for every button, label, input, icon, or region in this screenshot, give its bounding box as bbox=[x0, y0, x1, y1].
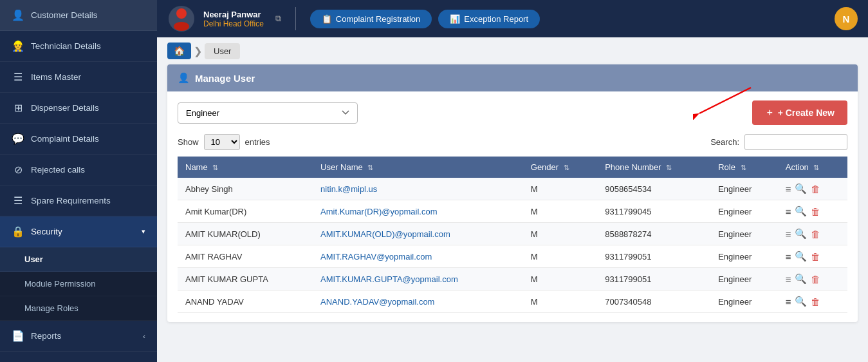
sidebar-item-label: Rejected calls bbox=[31, 165, 145, 175]
spare-icon: ☰ bbox=[12, 195, 24, 207]
show-label: Show bbox=[178, 137, 199, 147]
cell-gender: M bbox=[523, 178, 597, 200]
view-icon[interactable]: 🔍 bbox=[795, 251, 807, 262]
cell-name: AMIT RAGHAV bbox=[178, 245, 313, 268]
create-new-button[interactable]: ＋ + Create New bbox=[752, 100, 847, 125]
sidebar-item-technician-details[interactable]: 👷 Technician Details bbox=[0, 31, 157, 62]
cell-role: Engineer bbox=[710, 223, 778, 245]
cell-phone: 9311799045 bbox=[597, 200, 710, 223]
table-body: Abhey Singh nitin.k@mipl.us M 9058654534… bbox=[178, 178, 847, 313]
complaint-icon: 💬 bbox=[12, 133, 24, 145]
details-icon[interactable]: ≡ bbox=[786, 184, 791, 195]
delete-icon[interactable]: 🗑 bbox=[811, 251, 820, 262]
delete-icon[interactable]: 🗑 bbox=[811, 296, 820, 307]
exception-report-button[interactable]: 📊 Exception Report bbox=[438, 10, 540, 28]
cell-action: ≡ 🔍 🗑 bbox=[778, 178, 847, 200]
sidebar-sub-item-manage-roles[interactable]: Manage Roles bbox=[0, 296, 157, 321]
sidebar-sub-item-user[interactable]: User bbox=[0, 247, 157, 272]
complaint-reg-icon: 📋 bbox=[322, 14, 332, 24]
details-icon[interactable]: ≡ bbox=[786, 274, 791, 285]
col-role: Role ⇅ bbox=[710, 157, 778, 178]
sidebar-item-dispenser-details[interactable]: ⊞ Dispenser Details bbox=[0, 93, 157, 124]
cell-name: AMIT KUMAR GUPTA bbox=[178, 268, 313, 291]
sidebar-item-complaint-details[interactable]: 💬 Complaint Details bbox=[0, 124, 157, 155]
search-input[interactable] bbox=[744, 134, 847, 150]
cell-name: AMIT KUMAR(OLD) bbox=[178, 223, 313, 245]
details-icon[interactable]: ≡ bbox=[786, 296, 791, 307]
cell-phone: 9311799051 bbox=[597, 245, 710, 268]
view-icon[interactable]: 🔍 bbox=[795, 183, 807, 195]
cell-gender: M bbox=[523, 200, 597, 223]
cell-username: AMIT.RAGHAV@yopmail.com bbox=[313, 245, 523, 268]
delete-icon[interactable]: 🗑 bbox=[811, 229, 820, 240]
email-link[interactable]: AMIT.KUMAR.GUPTA@yopmail.com bbox=[320, 274, 458, 284]
table-row: AMIT KUMAR GUPTA AMIT.KUMAR.GUPTA@yopmai… bbox=[178, 268, 847, 291]
details-icon[interactable]: ≡ bbox=[786, 206, 791, 217]
cell-phone: 8588878274 bbox=[597, 223, 710, 245]
create-new-label: + Create New bbox=[778, 108, 835, 118]
email-link[interactable]: AMIT.KUMAR(OLD)@yopmail.com bbox=[320, 229, 450, 239]
search-label: Search: bbox=[710, 137, 739, 147]
items-icon: ☰ bbox=[12, 71, 24, 83]
view-icon[interactable]: 🔍 bbox=[795, 228, 807, 240]
cell-phone: 7007340548 bbox=[597, 291, 710, 313]
security-icon: 🔒 bbox=[12, 225, 24, 238]
content-area: 🏠 ❯ User 👤 Manage User Engineer Admin Ma… bbox=[157, 37, 868, 362]
details-icon[interactable]: ≡ bbox=[786, 251, 791, 262]
email-link[interactable]: ANAND.YADAV@yopmail.com bbox=[320, 297, 434, 307]
sidebar-item-security[interactable]: 🔒 Security ▾ bbox=[0, 216, 157, 247]
sidebar: 👤 Customer Details 👷 Technician Details … bbox=[0, 0, 157, 362]
breadcrumb-arrow: ❯ bbox=[194, 45, 202, 57]
cell-gender: M bbox=[523, 245, 597, 268]
delete-icon[interactable]: 🗑 bbox=[811, 184, 820, 195]
col-gender: Gender ⇅ bbox=[523, 157, 597, 178]
complaint-reg-label: Complaint Registration bbox=[336, 14, 421, 24]
logo bbox=[167, 5, 196, 33]
sidebar-item-spare-requirements[interactable]: ☰ Spare Requirements bbox=[0, 186, 157, 216]
view-icon[interactable]: 🔍 bbox=[795, 296, 807, 307]
cell-role: Engineer bbox=[710, 268, 778, 291]
cell-name: Abhey Singh bbox=[178, 178, 313, 200]
email-link[interactable]: AMIT.RAGHAV@yopmail.com bbox=[320, 252, 432, 262]
email-link[interactable]: Amit.Kumar(DR)@yopmail.com bbox=[320, 207, 438, 216]
user-office: Delhi Head Office bbox=[203, 19, 264, 28]
sidebar-item-label: Items Master bbox=[31, 72, 145, 82]
cell-role: Engineer bbox=[710, 245, 778, 268]
reports-icon: 📄 bbox=[12, 330, 24, 342]
cell-role: Engineer bbox=[710, 291, 778, 313]
exception-icon: 📊 bbox=[450, 14, 460, 24]
details-icon[interactable]: ≡ bbox=[786, 229, 791, 240]
entries-select[interactable]: 10 25 50 100 bbox=[204, 134, 240, 150]
sidebar-item-label: Security bbox=[31, 227, 135, 236]
cell-action: ≡ 🔍 🗑 bbox=[778, 291, 847, 313]
entries-text: entries bbox=[245, 137, 270, 147]
copy-icon[interactable]: ⧉ bbox=[275, 14, 281, 24]
delete-icon[interactable]: 🗑 bbox=[811, 274, 820, 285]
cell-action: ≡ 🔍 🗑 bbox=[778, 223, 847, 245]
users-table: Name ⇅ User Name ⇅ Gender ⇅ Phone Number… bbox=[178, 157, 847, 313]
cell-username: nitin.k@mipl.us bbox=[313, 178, 523, 200]
divider bbox=[295, 7, 296, 30]
complaint-registration-button[interactable]: 📋 Complaint Registration bbox=[310, 10, 432, 28]
cell-phone: 9058654534 bbox=[597, 178, 710, 200]
header-buttons: 📋 Complaint Registration 📊 Exception Rep… bbox=[310, 10, 827, 28]
table-row: Abhey Singh nitin.k@mipl.us M 9058654534… bbox=[178, 178, 847, 200]
view-icon[interactable]: 🔍 bbox=[795, 205, 807, 217]
view-icon[interactable]: 🔍 bbox=[795, 273, 807, 285]
email-link[interactable]: nitin.k@mipl.us bbox=[320, 184, 377, 194]
sidebar-item-rejected-calls[interactable]: ⊘ Rejected calls bbox=[0, 155, 157, 186]
sidebar-item-items-master[interactable]: ☰ Items Master bbox=[0, 62, 157, 93]
sidebar-item-reports[interactable]: 📄 Reports ‹ bbox=[0, 321, 157, 352]
exception-label: Exception Report bbox=[464, 14, 528, 24]
table-row: Amit Kumar(DR) Amit.Kumar(DR)@yopmail.co… bbox=[178, 200, 847, 223]
header: Neeraj Panwar Delhi Head Office ⧉ 📋 Comp… bbox=[157, 0, 868, 37]
cell-phone: 9311799051 bbox=[597, 268, 710, 291]
cell-role: Engineer bbox=[710, 178, 778, 200]
breadcrumb-home[interactable]: 🏠 bbox=[167, 43, 191, 59]
role-select[interactable]: Engineer Admin Manager Technician bbox=[178, 102, 358, 124]
sidebar-item-customer-details[interactable]: 👤 Customer Details bbox=[0, 0, 157, 31]
sidebar-sub-item-module-permission[interactable]: Module Permission bbox=[0, 272, 157, 296]
cell-action: ≡ 🔍 🗑 bbox=[778, 268, 847, 291]
delete-icon[interactable]: 🗑 bbox=[811, 206, 820, 217]
svg-point-3 bbox=[176, 8, 187, 19]
